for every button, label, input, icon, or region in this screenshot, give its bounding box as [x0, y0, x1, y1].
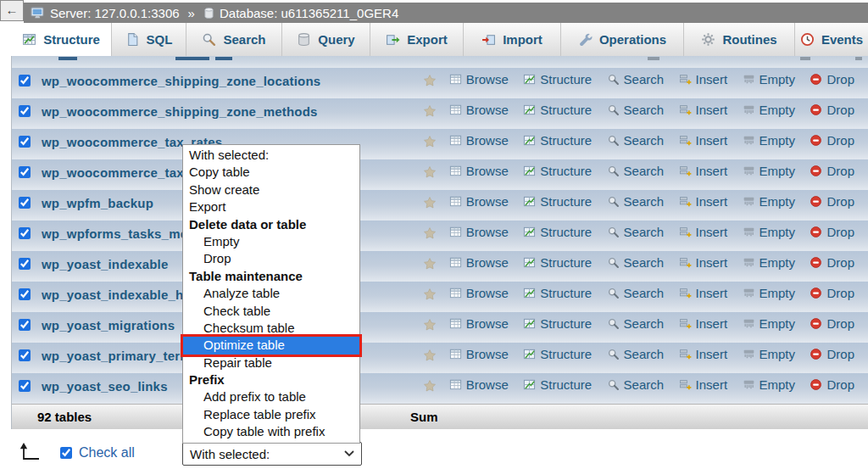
back-button[interactable]: ←: [0, 0, 24, 21]
table-name-link[interactable]: wp_yoast_migrations: [42, 318, 175, 332]
table-name-link[interactable]: wp_yoast_primary_term: [42, 349, 192, 363]
action-structure[interactable]: Structure: [523, 225, 592, 239]
tab-search[interactable]: Search: [186, 23, 282, 56]
action-empty[interactable]: Empty: [743, 286, 796, 300]
favorite-star-icon[interactable]: [423, 349, 437, 362]
action-drop[interactable]: Drop: [810, 194, 854, 209]
menu-item-empty[interactable]: Empty: [183, 233, 359, 250]
action-browse[interactable]: Browse: [449, 377, 509, 392]
action-drop[interactable]: Drop: [810, 133, 854, 148]
action-search[interactable]: Search: [607, 286, 665, 300]
action-search[interactable]: Search: [607, 164, 665, 178]
action-insert[interactable]: Insert: [679, 255, 728, 270]
tab-structure[interactable]: Structure: [11, 23, 112, 56]
tab-import[interactable]: Import: [464, 23, 561, 56]
check-all-label[interactable]: Check all: [79, 445, 135, 461]
favorite-star-icon[interactable]: [423, 74, 437, 87]
tab-query[interactable]: Query: [282, 23, 370, 56]
favorite-star-icon[interactable]: [423, 318, 437, 332]
action-insert[interactable]: Insert: [679, 72, 728, 87]
action-empty[interactable]: Empty: [743, 103, 796, 117]
table-name-link[interactable]: wp_yoast_seo_links: [42, 379, 168, 394]
action-browse[interactable]: Browse: [449, 164, 509, 178]
action-insert[interactable]: Insert: [679, 225, 728, 239]
action-empty[interactable]: Empty: [743, 316, 796, 331]
action-structure[interactable]: Structure: [523, 286, 592, 300]
action-insert[interactable]: Insert: [679, 316, 728, 331]
action-structure[interactable]: Structure: [523, 72, 592, 87]
action-empty[interactable]: Empty: [743, 164, 796, 178]
favorite-star-icon[interactable]: [423, 196, 437, 209]
tab-events[interactable]: Events: [795, 23, 868, 56]
menu-item-checksum-table[interactable]: Checksum table: [183, 320, 359, 337]
action-search[interactable]: Search: [607, 72, 665, 87]
menu-item-check-table[interactable]: Check table: [183, 303, 359, 320]
action-structure[interactable]: Structure: [523, 377, 592, 392]
menu-item-export[interactable]: Export: [183, 198, 359, 215]
table-name-link[interactable]: wp_woocommerce_shipping_zone_methods: [42, 104, 318, 119]
action-search[interactable]: Search: [607, 316, 665, 331]
action-empty[interactable]: Empty: [743, 72, 796, 87]
tab-sql[interactable]: SQL: [112, 23, 186, 56]
action-insert[interactable]: Insert: [679, 133, 728, 148]
row-checkbox[interactable]: [19, 105, 31, 117]
tab-routines[interactable]: Routines: [684, 23, 795, 56]
action-empty[interactable]: Empty: [743, 225, 796, 239]
menu-item-add-prefix-to-table[interactable]: Add prefix to table: [183, 388, 359, 405]
action-drop[interactable]: Drop: [810, 225, 854, 239]
action-search[interactable]: Search: [607, 255, 665, 270]
favorite-star-icon[interactable]: [423, 257, 437, 271]
action-drop[interactable]: Drop: [810, 103, 854, 117]
action-search[interactable]: Search: [607, 194, 665, 209]
favorite-star-icon[interactable]: [423, 226, 437, 240]
action-browse[interactable]: Browse: [449, 133, 509, 148]
menu-item-copy-table[interactable]: Copy table: [183, 164, 359, 181]
check-all-checkbox[interactable]: [60, 447, 72, 459]
action-search[interactable]: Search: [607, 377, 665, 392]
action-structure[interactable]: Structure: [523, 194, 592, 209]
action-drop[interactable]: Drop: [810, 164, 854, 178]
with-selected-dropdown[interactable]: With selected:: [182, 442, 362, 466]
table-name-link[interactable]: wp_woocommerce_shipping_zone_locations: [42, 74, 320, 88]
favorite-star-icon[interactable]: [423, 135, 437, 148]
action-drop[interactable]: Drop: [810, 377, 854, 392]
action-drop[interactable]: Drop: [810, 286, 854, 300]
action-browse[interactable]: Browse: [449, 72, 509, 87]
action-empty[interactable]: Empty: [743, 255, 796, 270]
menu-item-with-selected[interactable]: With selected:: [183, 147, 359, 164]
action-insert[interactable]: Insert: [679, 103, 728, 117]
row-checkbox[interactable]: [19, 227, 31, 239]
row-checkbox[interactable]: [19, 258, 31, 270]
action-browse[interactable]: Browse: [449, 286, 509, 300]
action-browse[interactable]: Browse: [449, 103, 509, 117]
row-checkbox[interactable]: [19, 380, 31, 392]
server-link[interactable]: Server: 127.0.0.1:3306: [50, 6, 180, 20]
favorite-star-icon[interactable]: [423, 379, 437, 393]
action-insert[interactable]: Insert: [679, 164, 728, 178]
action-structure[interactable]: Structure: [523, 255, 592, 270]
favorite-star-icon[interactable]: [423, 288, 437, 301]
row-checkbox[interactable]: [19, 349, 31, 361]
action-drop[interactable]: Drop: [810, 316, 854, 331]
tab-export[interactable]: Export: [370, 23, 464, 56]
action-browse[interactable]: Browse: [449, 194, 509, 209]
action-search[interactable]: Search: [607, 225, 665, 239]
action-browse[interactable]: Browse: [449, 255, 509, 270]
table-name-link[interactable]: wp_wpfm_backup: [42, 196, 153, 210]
action-structure[interactable]: Structure: [523, 316, 592, 331]
action-empty[interactable]: Empty: [743, 377, 796, 392]
row-checkbox[interactable]: [19, 166, 31, 178]
action-search[interactable]: Search: [607, 133, 665, 148]
row-checkbox[interactable]: [19, 136, 31, 148]
menu-item-optimize-table[interactable]: Optimize table: [183, 337, 359, 354]
action-insert[interactable]: Insert: [679, 377, 728, 392]
action-empty[interactable]: Empty: [743, 194, 796, 209]
action-structure[interactable]: Structure: [523, 164, 592, 178]
menu-item-repair-table[interactable]: Repair table: [183, 355, 359, 371]
action-search[interactable]: Search: [607, 103, 665, 117]
menu-item-drop[interactable]: Drop: [183, 250, 359, 267]
row-checkbox[interactable]: [19, 288, 31, 300]
action-drop[interactable]: Drop: [810, 72, 854, 87]
table-name-link[interactable]: wp_wpforms_tasks_meta: [42, 226, 199, 241]
table-name-link[interactable]: wp_yoast_indexable: [42, 257, 169, 271]
